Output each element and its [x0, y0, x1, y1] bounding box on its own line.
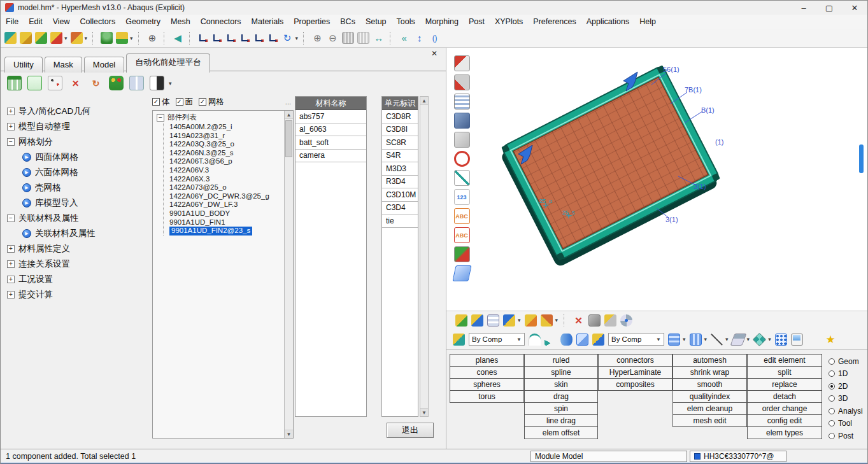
element-row[interactable]: M3D3	[382, 162, 418, 176]
mesh-cube-caret-icon[interactable]: ▾	[683, 336, 686, 342]
load-collector-icon[interactable]	[455, 314, 467, 327]
tree-item-material-assign-child[interactable]: ▶关联材料及属性	[7, 226, 148, 241]
component-row-selected[interactable]: 9901A1UD_FIN2@23_s	[169, 227, 252, 236]
view-left-icon[interactable]	[197, 32, 208, 43]
element-row[interactable]: R3D4	[382, 176, 418, 189]
prev-view-icon[interactable]: «	[398, 32, 410, 44]
menu-edit[interactable]: Edit	[24, 16, 48, 27]
component-row[interactable]: 1422A03Q.3@25_o	[169, 140, 293, 149]
checkbox-solid[interactable]: ✓	[152, 98, 160, 106]
panel-button-spline[interactable]: spline	[524, 366, 598, 379]
table-grid-icon[interactable]	[7, 76, 22, 90]
tree-item-meshing[interactable]: −网格划分	[7, 134, 148, 150]
panel-button-edit-element[interactable]: edit element	[747, 354, 822, 367]
panel-button-planes[interactable]: planes	[450, 354, 524, 367]
organize-caret-icon[interactable]: ▾	[130, 35, 133, 41]
reorder-icon[interactable]	[541, 314, 553, 327]
view-bottom-icon[interactable]	[239, 32, 250, 43]
mode-geom[interactable]: Geom	[829, 355, 863, 368]
menu-applications[interactable]: Applications	[581, 16, 634, 27]
tab-mask[interactable]: Mask	[45, 57, 82, 73]
find-entities-icon[interactable]	[620, 314, 632, 327]
expander-icon[interactable]: −	[7, 214, 15, 222]
panel-button-connectors[interactable]: connectors	[598, 354, 672, 367]
element-row[interactable]: C3D8R	[382, 110, 418, 123]
panel-button-spheres[interactable]: spheres	[450, 378, 524, 391]
panel-button-skin[interactable]: skin	[524, 378, 598, 391]
voxel-cube-caret-icon[interactable]: ▾	[704, 336, 708, 342]
tree-item-shell-mesh[interactable]: ▶壳网格	[7, 180, 148, 195]
shaded-view-icon[interactable]	[454, 113, 470, 129]
component-row[interactable]: 1419A023@31_r	[169, 132, 293, 141]
panel-button-ruled[interactable]: ruled	[524, 354, 598, 367]
view-top-icon[interactable]	[225, 32, 236, 43]
panel-button-elem-types[interactable]: elem types	[747, 426, 822, 439]
save-file-icon[interactable]	[35, 32, 47, 44]
label-abc-icon[interactable]: ABC	[454, 208, 470, 224]
panel-button-config-edit[interactable]: config edit	[747, 414, 822, 427]
elem-color-icon[interactable]	[592, 334, 604, 346]
export-caret-icon[interactable]: ▾	[85, 35, 88, 41]
panel-button-qualityindex[interactable]: qualityindex	[672, 390, 747, 403]
panel-button-smooth[interactable]: smooth	[672, 378, 747, 391]
open-file-icon[interactable]	[20, 32, 32, 44]
component-row[interactable]: 1422A073@25_o	[169, 183, 293, 192]
reorder-caret-icon[interactable]: ▾	[555, 317, 559, 323]
user-profile-icon[interactable]	[101, 32, 113, 44]
expander-icon[interactable]: +	[7, 260, 15, 268]
back-arrow-icon[interactable]: ◀	[172, 32, 184, 44]
tab-model[interactable]: Model	[84, 57, 124, 73]
database-icon[interactable]	[109, 76, 124, 90]
panel-button-elem-offset[interactable]: elem offset	[524, 426, 598, 439]
panel-close-icon[interactable]: ✕	[429, 49, 439, 59]
unmask-entities-icon[interactable]	[604, 314, 616, 327]
mode-3d[interactable]: 3D	[829, 393, 863, 405]
component-row[interactable]: 1422A06Y_DC_PWR.3@25_g	[169, 192, 293, 201]
clip-sphere-icon[interactable]	[454, 151, 470, 167]
element-scrollbar[interactable]: ▲ ▼	[420, 96, 429, 417]
mode-2d[interactable]: 2D	[829, 380, 863, 393]
vector-display-icon[interactable]	[454, 246, 470, 262]
menu-bcs[interactable]: BCs	[335, 16, 360, 27]
panel-button-composites[interactable]: composites	[598, 378, 672, 391]
menu-geometry[interactable]: Geometry	[120, 16, 166, 27]
component-row[interactable]: 1405A00M.2@25_i	[169, 123, 293, 132]
tree-item-hex-mesh[interactable]: ▶六面体网格	[7, 165, 148, 180]
voxel-cube-icon[interactable]	[690, 334, 702, 346]
updown-view-icon[interactable]: ↕	[413, 32, 425, 44]
filter-solid[interactable]: ✓体	[152, 97, 170, 108]
refresh-icon[interactable]: ↻	[89, 76, 103, 90]
tree-item-tet-mesh[interactable]: ▶四面体网格	[7, 150, 148, 165]
menu-preferences[interactable]: Preferences	[528, 16, 581, 27]
viewport-scrollbar-thumb[interactable]	[859, 144, 864, 173]
menu-file[interactable]: File	[1, 16, 24, 27]
layer-tool-icon[interactable]	[730, 334, 746, 346]
more-options-button[interactable]: ...	[285, 98, 294, 106]
assign-icon[interactable]	[503, 314, 515, 327]
organize-icon[interactable]	[116, 32, 128, 44]
line-tool-caret-icon[interactable]: ▾	[725, 336, 729, 342]
scroll-thumb[interactable]	[285, 120, 292, 157]
view-rotate-icon[interactable]: ↻	[281, 32, 294, 44]
favorites-star-icon[interactable]: ★	[825, 334, 837, 346]
panel-button-order-change[interactable]: order change	[747, 402, 822, 415]
exit-button[interactable]: 退出	[387, 423, 434, 438]
menu-tools[interactable]: Tools	[392, 16, 420, 27]
scroll-up-icon[interactable]: ▲	[420, 97, 428, 105]
surface-arc-icon[interactable]	[529, 334, 541, 346]
graphics-viewport[interactable]: 56(1) 7B(1) B(1) (1) 3(1) 3(1) 25_o 25_s	[446, 48, 864, 311]
monitor-icon[interactable]	[791, 334, 803, 346]
component-row[interactable]: 1422A06V.3	[169, 166, 293, 175]
mesh-cube-icon[interactable]	[668, 334, 680, 346]
expander-icon[interactable]: −	[157, 114, 164, 122]
toggle-shade-icon[interactable]	[150, 76, 164, 90]
scroll-up-icon[interactable]: ▲	[285, 111, 293, 119]
panel-button-line-drag[interactable]: line drag	[524, 414, 598, 427]
panel-button-mesh-edit[interactable]: mesh edit	[672, 414, 747, 427]
material-row[interactable]: al_6063	[295, 123, 366, 137]
element-row[interactable]: SC8R	[382, 136, 418, 150]
export-icon[interactable]	[71, 32, 83, 44]
panel-button-spin[interactable]: spin	[524, 402, 598, 415]
checkbox-surface[interactable]: ✓	[176, 98, 183, 106]
tree-item-import-cad[interactable]: +导入/简化CAD几何	[7, 104, 148, 119]
